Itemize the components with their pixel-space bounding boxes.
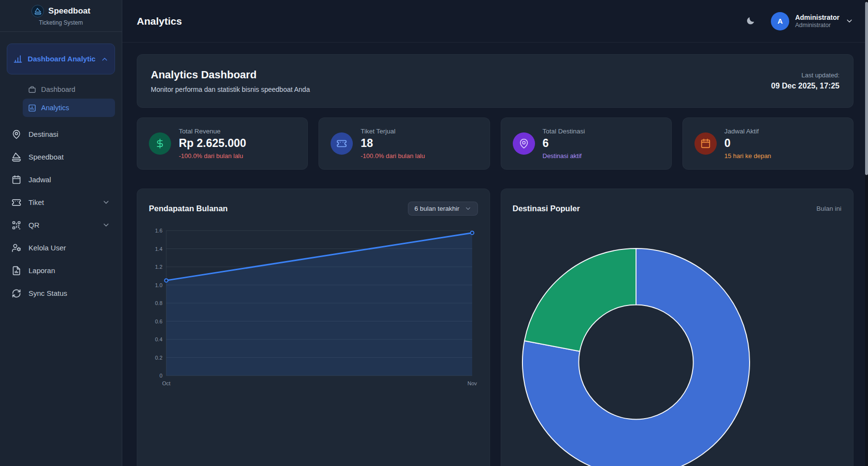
stat-subtext: -100.0% dari bulan lalu [179, 152, 246, 160]
sidebar-item-qr[interactable]: QR [7, 214, 115, 236]
dollar-icon [155, 138, 165, 149]
app-title: Speedboat [48, 6, 90, 16]
user-name: Administrator [795, 14, 839, 22]
qr-icon [12, 220, 21, 230]
sidebar-item-label: QR [29, 221, 95, 229]
stat-icon-wrap [331, 132, 353, 155]
chart-square-icon [28, 104, 36, 112]
destinations-period-label: Bulan ini [816, 205, 841, 212]
line-chart-svg: 00.20.40.60.81.01.21.41.6OctNov [149, 226, 479, 388]
svg-text:1.2: 1.2 [155, 264, 162, 270]
last-updated-value: 09 Dec 2025, 17:25 [771, 82, 839, 90]
sidebar-subitem-dashboard[interactable]: Dashboard [23, 80, 115, 99]
destinations-chart-title: Destinasi Populer [513, 204, 580, 213]
sidebar-header: Speedboat Ticketing System [0, 0, 122, 32]
sidebar-subitem-analytics[interactable]: Analytics [23, 99, 115, 117]
destinations-donut-chart [521, 248, 751, 466]
sailboat-icon [34, 8, 42, 15]
stat-value: Rp 2.625.000 [179, 137, 246, 150]
donut-chart-svg [521, 248, 751, 466]
main-header: Analytics A Administrator Administrator [122, 0, 868, 43]
svg-text:0: 0 [159, 373, 162, 379]
stat-label: Jadwal Aktif [724, 128, 771, 135]
svg-text:0.4: 0.4 [155, 336, 162, 342]
page-scrollbar [865, 0, 868, 466]
charts-row: Pendapatan Bulanan 6 bulan terakhir 00.2… [137, 189, 854, 466]
chevron-down-icon [102, 221, 110, 229]
stat-icon-wrap [513, 132, 535, 155]
theme-toggle-button[interactable] [742, 13, 758, 29]
chart-column-icon [13, 54, 23, 64]
svg-text:Oct: Oct [162, 380, 170, 386]
sync-icon [12, 289, 21, 298]
stat-subtext: 15 hari ke depan [724, 152, 771, 160]
sidebar-item-kelola-user[interactable]: Kelola User [7, 236, 115, 259]
stats-row: Total Revenue Rp 2.625.000 -100.0% dari … [137, 117, 854, 170]
sidebar-item-label: Speedboat [29, 153, 110, 161]
sidebar-group-dashboard-analytic[interactable]: Dashboard Analytic [7, 44, 115, 74]
revenue-line-chart: 00.20.40.60.81.01.21.41.6OctNov [149, 226, 478, 390]
sidebar-item-label: Jadwal [29, 175, 110, 184]
map-pin-icon [12, 130, 21, 139]
sidebar-sub-list: Dashboard Analytics [23, 80, 115, 117]
svg-text:0.2: 0.2 [155, 355, 162, 361]
ship-icon [12, 152, 21, 162]
sidebar-item-label: Tiket [29, 198, 95, 206]
user-cog-icon [12, 243, 21, 253]
svg-text:1.4: 1.4 [155, 246, 162, 252]
main-area: Analytics A Administrator Administrator … [122, 0, 868, 466]
avatar: A [771, 12, 789, 30]
calendar-icon [12, 175, 21, 185]
content: Analytics Dashboard Monitor performa dan… [122, 43, 868, 466]
svg-text:1.6: 1.6 [155, 228, 162, 233]
sidebar-item-speedboat[interactable]: Speedboat [7, 146, 115, 168]
stat-label: Total Destinasi [543, 128, 585, 135]
sidebar-items: Destinasi Speedboat Jadwal Tiket QR Kelo… [7, 123, 115, 305]
sidebar-item-laporan[interactable]: Laporan [7, 259, 115, 282]
app-subtitle: Ticketing System [0, 19, 122, 26]
sidebar-nav: Dashboard Analytic Dashboard Analytics D… [0, 32, 122, 305]
stat-card-jadwal-aktif: Jadwal Aktif 0 15 hari ke depan [682, 117, 854, 170]
stat-subtext: Destinasi aktif [543, 152, 585, 160]
sidebar-group-label: Dashboard Analytic [27, 54, 97, 64]
stat-icon-wrap [149, 132, 171, 155]
briefcase-icon [28, 86, 36, 94]
chevron-down-icon [464, 205, 472, 212]
sidebar: Speedboat Ticketing System Dashboard Ana… [0, 0, 122, 466]
app-logo [31, 5, 44, 17]
sidebar-item-label: Kelola User [29, 244, 110, 252]
ticket-icon [12, 198, 21, 207]
sidebar-item-label: Laporan [29, 266, 110, 275]
stat-subtext: -100.0% dari bulan lalu [361, 152, 425, 160]
sidebar-item-destinasi[interactable]: Destinasi [7, 123, 115, 146]
svg-text:0.6: 0.6 [155, 319, 162, 324]
range-select[interactable]: 6 bulan terakhir [408, 202, 477, 216]
banner-subtitle: Monitor performa dan statistik bisnis sp… [151, 86, 310, 93]
ticket-icon [336, 138, 347, 149]
page-title: Analytics [137, 15, 182, 27]
stat-label: Tiket Terjual [361, 128, 425, 135]
chevron-down-icon [102, 198, 110, 206]
sidebar-subitem-label: Dashboard [41, 86, 75, 93]
stat-icon-wrap [694, 132, 717, 155]
revenue-chart-title: Pendapatan Bulanan [149, 204, 228, 213]
sidebar-item-jadwal[interactable]: Jadwal [7, 168, 115, 191]
destinations-chart-card: Destinasi Populer Bulan ini [501, 189, 854, 466]
stat-card-total-destinasi: Total Destinasi 6 Destinasi aktif [501, 117, 672, 170]
user-menu[interactable]: A Administrator Administrator [771, 12, 854, 30]
banner-card: Analytics Dashboard Monitor performa dan… [137, 54, 854, 108]
sidebar-item-label: Sync Status [29, 289, 110, 297]
scrollbar-thumb[interactable] [865, 2, 868, 175]
svg-text:0.8: 0.8 [155, 300, 162, 306]
stat-value: 0 [724, 137, 771, 150]
sidebar-item-sync-status[interactable]: Sync Status [7, 282, 115, 305]
stat-label: Total Revenue [179, 128, 246, 135]
last-updated-label: Last updated: [771, 72, 839, 79]
moon-icon [745, 16, 755, 26]
calendar-icon [700, 138, 711, 149]
stat-value: 18 [361, 137, 425, 150]
map-pin-icon [519, 138, 529, 149]
revenue-chart-card: Pendapatan Bulanan 6 bulan terakhir 00.2… [137, 189, 490, 466]
stat-card-tiket-terjual: Tiket Terjual 18 -100.0% dari bulan lalu [318, 117, 490, 170]
sidebar-item-tiket[interactable]: Tiket [7, 191, 115, 214]
